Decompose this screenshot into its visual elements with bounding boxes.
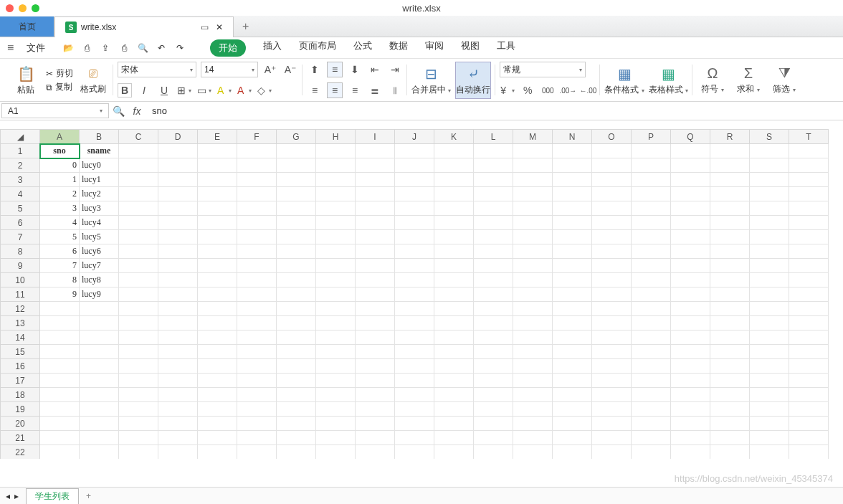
cell-O18[interactable] (592, 388, 632, 402)
print-icon[interactable]: ⎙ (118, 43, 130, 53)
cell-A16[interactable] (40, 359, 80, 374)
symbol-button[interactable]: Ω符号 ▾ (697, 62, 728, 99)
cell-J17[interactable] (395, 374, 434, 388)
cell-F18[interactable] (237, 388, 277, 402)
cell-Q20[interactable] (671, 417, 710, 431)
cell-O14[interactable] (592, 331, 632, 345)
cell-M2[interactable] (513, 158, 553, 173)
cell-R17[interactable] (710, 374, 750, 388)
cell-J10[interactable] (395, 273, 434, 287)
cell-S21[interactable] (750, 431, 789, 445)
cell-Q11[interactable] (671, 287, 710, 302)
cell-Q6[interactable] (671, 216, 710, 230)
cell-T11[interactable] (789, 287, 829, 302)
cell-T19[interactable] (789, 402, 829, 417)
cell-E14[interactable] (198, 331, 237, 345)
cell-H3[interactable] (316, 173, 356, 187)
cell-B4[interactable]: lucy2 (80, 187, 119, 201)
row-header-18[interactable]: 18 (1, 388, 40, 402)
cell-I22[interactable] (356, 445, 395, 460)
cell-R20[interactable] (710, 417, 750, 431)
cell-L3[interactable] (474, 173, 513, 187)
cell-A5[interactable]: 3 (40, 201, 80, 216)
cell-T8[interactable] (789, 244, 829, 259)
cell-N21[interactable] (553, 431, 592, 445)
filter-button[interactable]: ⧩筛选 ▾ (768, 62, 800, 99)
cell-N13[interactable] (553, 316, 592, 331)
cell-T17[interactable] (789, 374, 829, 388)
cell-R2[interactable] (710, 158, 750, 173)
cell-M7[interactable] (513, 230, 553, 244)
cell-D15[interactable] (158, 345, 198, 359)
cell-Q16[interactable] (671, 359, 710, 374)
sheet-tab[interactable]: 学生列表 (26, 488, 79, 504)
cell-K21[interactable] (434, 431, 474, 445)
cell-H6[interactable] (316, 216, 356, 230)
justify-icon[interactable]: ≣ (367, 82, 383, 98)
col-header-J[interactable]: J (395, 130, 434, 144)
row-header-16[interactable]: 16 (1, 359, 40, 374)
cell-N7[interactable] (553, 230, 592, 244)
cell-I16[interactable] (356, 359, 395, 374)
cell-I8[interactable] (356, 244, 395, 259)
cell-E3[interactable] (198, 173, 237, 187)
cell-E19[interactable] (198, 402, 237, 417)
cell-D14[interactable] (158, 331, 198, 345)
cell-A22[interactable] (40, 445, 80, 460)
cell-H11[interactable] (316, 287, 356, 302)
cell-O8[interactable] (592, 244, 632, 259)
cell-D16[interactable] (158, 359, 198, 374)
cell-D22[interactable] (158, 445, 198, 460)
cell-S18[interactable] (750, 388, 789, 402)
cell-E1[interactable] (198, 144, 237, 158)
cell-B7[interactable]: lucy5 (80, 230, 119, 244)
cell-C4[interactable] (119, 187, 158, 201)
cell-P3[interactable] (632, 173, 671, 187)
cell-C15[interactable] (119, 345, 158, 359)
cell-P21[interactable] (632, 431, 671, 445)
cell-A1[interactable]: sno (40, 144, 80, 158)
cell-M13[interactable] (513, 316, 553, 331)
cell-P22[interactable] (632, 445, 671, 460)
cell-Q5[interactable] (671, 201, 710, 216)
cell-I15[interactable] (356, 345, 395, 359)
cell-Q12[interactable] (671, 302, 710, 316)
redo-icon[interactable]: ↷ (174, 43, 186, 53)
cell-Q4[interactable] (671, 187, 710, 201)
cell-S12[interactable] (750, 302, 789, 316)
indent-decrease-icon[interactable]: ⇤ (367, 62, 383, 77)
cell-E11[interactable] (198, 287, 237, 302)
cell-T9[interactable] (789, 259, 829, 273)
cell-T14[interactable] (789, 331, 829, 345)
underline-button[interactable]: U (156, 82, 172, 98)
cell-K10[interactable] (434, 273, 474, 287)
col-header-K[interactable]: K (434, 130, 474, 144)
cell-M18[interactable] (513, 388, 553, 402)
cell-L21[interactable] (474, 431, 513, 445)
cell-N6[interactable] (553, 216, 592, 230)
cell-L1[interactable] (474, 144, 513, 158)
cell-F20[interactable] (237, 417, 277, 431)
cell-S15[interactable] (750, 345, 789, 359)
cell-H8[interactable] (316, 244, 356, 259)
cell-Q21[interactable] (671, 431, 710, 445)
cell-B9[interactable]: lucy7 (80, 259, 119, 273)
currency-icon[interactable]: ¥▾ (500, 82, 515, 98)
cell-T18[interactable] (789, 388, 829, 402)
cell-R3[interactable] (710, 173, 750, 187)
cell-M14[interactable] (513, 331, 553, 345)
cell-M9[interactable] (513, 259, 553, 273)
format-painter-button[interactable]: ⎚ 格式刷 (77, 62, 109, 99)
cell-L9[interactable] (474, 259, 513, 273)
cell-N19[interactable] (553, 402, 592, 417)
cell-B6[interactable]: lucy4 (80, 216, 119, 230)
cell-A9[interactable]: 7 (40, 259, 80, 273)
cell-Q18[interactable] (671, 388, 710, 402)
cell-C6[interactable] (119, 216, 158, 230)
cut-button[interactable]: ✂剪切 (46, 67, 73, 80)
cell-M15[interactable] (513, 345, 553, 359)
cell-R15[interactable] (710, 345, 750, 359)
cell-K11[interactable] (434, 287, 474, 302)
cell-T16[interactable] (789, 359, 829, 374)
cell-C14[interactable] (119, 331, 158, 345)
